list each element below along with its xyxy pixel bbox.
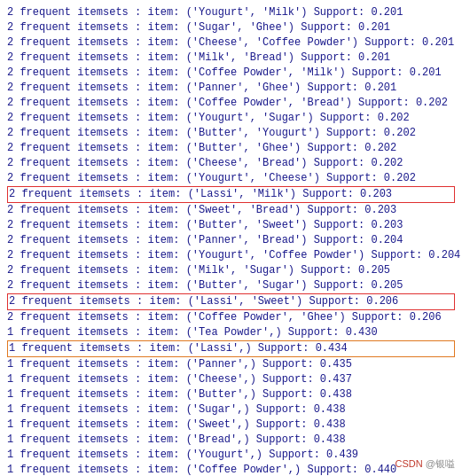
line-item: 2 frequent itemsets : item: ('Coffee Pow…: [7, 96, 455, 111]
line-item: 2 frequent itemsets : item: ('Coffee Pow…: [7, 66, 455, 81]
line-item: 2 frequent itemsets : item: ('Yougurt', …: [7, 111, 455, 126]
line-item: 2 frequent itemsets : item: ('Yougurt', …: [7, 5, 455, 20]
line-item: 2 frequent itemsets : item: ('Cheese', '…: [7, 35, 455, 51]
line-item: 2 frequent itemsets : item: ('Lassi', 'M…: [7, 186, 455, 203]
line-item: 2 frequent itemsets : item: ('Milk', 'Br…: [7, 51, 455, 66]
line-item: 2 frequent itemsets : item: ('Butter', '…: [7, 126, 455, 141]
line-item: 1 frequent itemsets : item: ('Coffee Pow…: [7, 463, 455, 476]
line-item: 2 frequent itemsets : item: ('Lassi', 'S…: [7, 293, 455, 310]
line-item: 1 frequent itemsets : item: ('Bread',) S…: [7, 433, 455, 448]
line-item: 2 frequent itemsets : item: ('Butter', '…: [7, 218, 455, 233]
footer-author: @银嗌: [426, 458, 455, 469]
line-item: 1 frequent itemsets : item: ('Tea Powder…: [7, 325, 455, 340]
line-item: 2 frequent itemsets : item: ('Butter', '…: [7, 141, 455, 156]
line-item: 1 frequent itemsets : item: ('Sweet',) S…: [7, 417, 455, 433]
footer: CSDN @银嗌: [395, 457, 455, 471]
line-item: 2 frequent itemsets : item: ('Cheese', '…: [7, 156, 455, 171]
line-item: 2 frequent itemsets : item: ('Yougurt', …: [7, 248, 455, 263]
line-item: 2 frequent itemsets : item: ('Coffee Pow…: [7, 310, 455, 325]
output-area: 2 frequent itemsets : item: ('Yougurt', …: [7, 5, 455, 476]
line-item: 1 frequent itemsets : item: ('Yougurt',)…: [7, 448, 455, 463]
line-item: 2 frequent itemsets : item: ('Milk', 'Su…: [7, 263, 455, 278]
footer-site: CSDN: [395, 458, 426, 469]
line-item: 1 frequent itemsets : item: ('Cheese',) …: [7, 372, 455, 387]
line-item: 2 frequent itemsets : item: ('Panner', '…: [7, 81, 455, 96]
line-item: 2 frequent itemsets : item: ('Sugar', 'G…: [7, 20, 455, 35]
line-item: 2 frequent itemsets : item: ('Panner', '…: [7, 233, 455, 248]
line-item: 1 frequent itemsets : item: ('Lassi',) S…: [7, 340, 455, 357]
line-item: 2 frequent itemsets : item: ('Sweet', 'B…: [7, 203, 455, 218]
line-item: 1 frequent itemsets : item: ('Butter',) …: [7, 387, 455, 402]
line-item: 1 frequent itemsets : item: ('Sugar',) S…: [7, 402, 455, 417]
line-item: 2 frequent itemsets : item: ('Butter', '…: [7, 278, 455, 293]
line-item: 1 frequent itemsets : item: ('Panner',) …: [7, 357, 455, 372]
line-item: 2 frequent itemsets : item: ('Yougurt', …: [7, 171, 455, 186]
